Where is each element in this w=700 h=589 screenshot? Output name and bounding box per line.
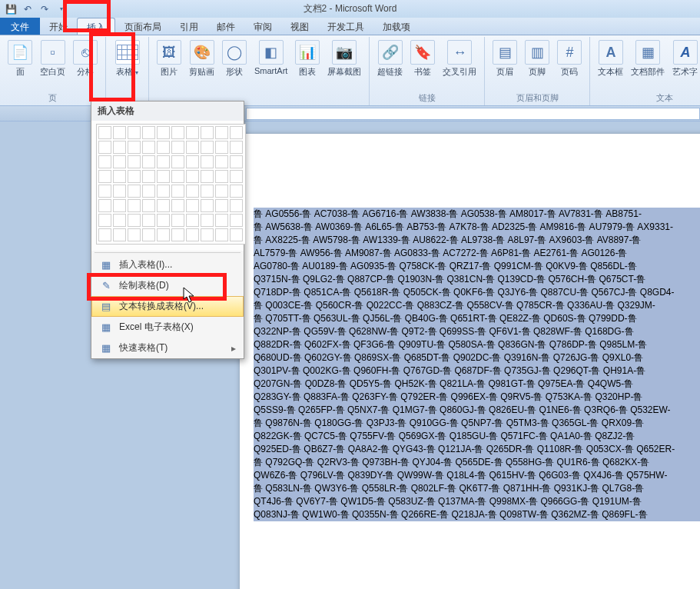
grid-cell[interactable] [171, 126, 184, 139]
tab-mail[interactable]: 邮件 [207, 18, 244, 35]
grid-cell[interactable] [157, 199, 170, 212]
menu-excel-sheet[interactable]: ▦ Excel 电子表格(X) [91, 317, 244, 338]
hyperlink-button[interactable]: 🔗超链接 [374, 38, 406, 79]
text-line[interactable]: Q283GY-鲁 Q883FA-鲁 Q263FY-鲁 Q792ER-鲁 Q996… [254, 391, 700, 404]
grid-cell[interactable] [201, 199, 214, 212]
insert-table-grid[interactable] [91, 121, 244, 251]
picture-button[interactable]: 🖼图片 [154, 38, 184, 79]
tab-dev[interactable]: 开发工具 [318, 18, 373, 35]
screenshot-button[interactable]: 📷屏幕截图 [324, 38, 364, 79]
grid-cell[interactable] [215, 214, 228, 227]
text-line[interactable]: 鲁 AG0556-鲁 AC7038-鲁 AG6716-鲁 AW3838-鲁 AG… [254, 208, 700, 221]
text-line[interactable]: 鲁 Q792GQ-鲁 Q2RV3-鲁 Q973BH-鲁 QYJ04-鲁 Q565… [254, 456, 700, 469]
text-line[interactable]: Q207GN-鲁 Q0DZ8-鲁 QD5Y5-鲁 QH52K-鲁 Q821LA-… [254, 378, 700, 391]
grid-cell[interactable] [128, 155, 141, 168]
tab-insert[interactable]: 插入 [77, 18, 115, 35]
grid-cell[interactable] [128, 228, 141, 241]
grid-cell[interactable] [215, 228, 228, 241]
grid-cell[interactable] [98, 155, 111, 168]
header-button[interactable]: ▤页眉 [489, 38, 520, 79]
grid-cell[interactable] [230, 228, 243, 241]
grid-cell[interactable] [171, 185, 184, 198]
text-line[interactable]: Q882DR-鲁 Q602FX-鲁 QF3G6-鲁 Q909TU-鲁 Q580S… [254, 338, 700, 351]
textbox-button[interactable]: A文本框 [595, 38, 626, 79]
grid-cell[interactable] [215, 199, 228, 212]
clipart-button[interactable]: 🎨剪贴画 [186, 38, 217, 79]
grid-cell[interactable] [201, 228, 214, 241]
tab-references[interactable]: 引用 [171, 18, 207, 35]
grid-cell[interactable] [171, 155, 184, 168]
grid-cell[interactable] [171, 199, 184, 212]
grid-cell[interactable] [128, 126, 141, 139]
text-line[interactable]: Q925ED-鲁 QB6Z7-鲁 QA8A2-鲁 QYG43-鲁 Q121JA-… [254, 443, 700, 456]
grid-cell[interactable] [157, 126, 170, 139]
grid-cell[interactable] [113, 214, 126, 227]
table-button[interactable]: 表格 ▾ [112, 38, 143, 79]
grid-cell[interactable] [157, 185, 170, 198]
text-line[interactable]: Q5SS9-鲁 Q265FP-鲁 Q5NX7-鲁 Q1MG7-鲁 Q860GJ-… [254, 404, 700, 417]
grid-cell[interactable] [215, 126, 228, 139]
grid-cell[interactable] [128, 170, 141, 183]
grid-cell[interactable] [171, 214, 184, 227]
grid-cell[interactable] [98, 185, 111, 198]
horizontal-ruler[interactable] [246, 108, 700, 120]
smartart-button[interactable]: ◧SmartArt [251, 38, 290, 79]
blank-page-button[interactable]: ▫ 空白页 [37, 38, 68, 79]
grid-cell[interactable] [128, 141, 141, 154]
grid-cell[interactable] [171, 170, 184, 183]
grid-cell[interactable] [230, 170, 243, 183]
grid-cell[interactable] [215, 170, 228, 183]
tab-review[interactable]: 审阅 [244, 18, 281, 35]
text-line[interactable]: Q301PV-鲁 Q002KG-鲁 Q960FH-鲁 Q767GD-鲁 Q687… [254, 364, 700, 378]
grid-cell[interactable] [186, 170, 199, 183]
grid-cell[interactable] [157, 228, 170, 241]
grid-cell[interactable] [113, 155, 126, 168]
crossref-button[interactable]: ↔交叉引用 [440, 38, 479, 79]
text-line[interactable]: 鲁 AX8225-鲁 AW5798-鲁 AW1339-鲁 AU8622-鲁 AL… [254, 234, 700, 247]
grid-cell[interactable] [113, 185, 126, 198]
grid-cell[interactable] [113, 199, 126, 212]
footer-button[interactable]: ▥页脚 [522, 38, 552, 79]
grid-cell[interactable] [171, 228, 184, 241]
selected-text[interactable]: 鲁 AG0556-鲁 AC7038-鲁 AG6716-鲁 AW3838-鲁 AG… [254, 208, 700, 521]
grid-cell[interactable] [142, 170, 155, 183]
grid-cell[interactable] [186, 126, 199, 139]
text-line[interactable]: Q322NP-鲁 QG59V-鲁 Q628NW-鲁 Q9T2-鲁 Q699SS-… [254, 325, 700, 338]
grid-cell[interactable] [98, 126, 111, 139]
text-line[interactable]: AL7579-鲁 AW956-鲁 AM9087-鲁 AG0833-鲁 AC727… [254, 247, 700, 260]
grid-cell[interactable] [113, 126, 126, 139]
page-break-button[interactable]: ⎋ 分格 [70, 38, 101, 79]
grid-cell[interactable] [215, 141, 228, 154]
grid-cell[interactable] [142, 214, 155, 227]
grid-cell[interactable] [186, 214, 199, 227]
grid-cell[interactable] [142, 126, 155, 139]
redo-icon[interactable]: ↷ [37, 2, 52, 17]
grid-cell[interactable] [157, 214, 170, 227]
grid-cell[interactable] [186, 155, 199, 168]
quickparts-button[interactable]: ▦文档部件 [628, 38, 668, 79]
text-line[interactable]: 鲁 AW5638-鲁 AW0369-鲁 A6L65-鲁 AB753-鲁 A7K7… [254, 221, 700, 234]
grid-cell[interactable] [201, 126, 214, 139]
grid-cell[interactable] [186, 199, 199, 212]
text-line[interactable]: 鲁 Q003CE-鲁 Q560CR-鲁 Q022CC-鲁 Q883CZ-鲁 Q5… [254, 299, 700, 312]
grid-cell[interactable] [201, 141, 214, 154]
text-line[interactable]: 鲁 Q583LN-鲁 QW3Y6-鲁 Q558LR-鲁 Q802LF-鲁 QK6… [254, 482, 700, 495]
grid-cell[interactable] [113, 228, 126, 241]
text-line[interactable]: QW6Z6-鲁 Q796LV-鲁 Q839DY-鲁 QW99W-鲁 Q18L4-… [254, 469, 700, 482]
text-line[interactable]: 鲁 Q705TT-鲁 Q563UL-鲁 QJ56L-鲁 QB40G-鲁 Q651… [254, 312, 700, 325]
grid-cell[interactable] [186, 141, 199, 154]
text-line[interactable]: Q718DP-鲁 Q851CA-鲁 Q5618R-鲁 Q505CK-鲁 Q0KF… [254, 286, 700, 299]
grid-cell[interactable] [230, 141, 243, 154]
text-line[interactable]: Q822GK-鲁 QC7C5-鲁 Q755FV-鲁 Q569GX-鲁 Q185G… [254, 430, 700, 443]
grid-cell[interactable] [128, 185, 141, 198]
grid-cell[interactable] [230, 214, 243, 227]
grid-cell[interactable] [186, 228, 199, 241]
grid-cell[interactable] [113, 170, 126, 183]
grid-cell[interactable] [128, 199, 141, 212]
text-line[interactable]: 鲁 Q9876N-鲁 Q180GG-鲁 Q3PJ3-鲁 Q910GG-鲁 Q5N… [254, 417, 700, 430]
tab-file[interactable]: 文件 [0, 18, 40, 35]
tab-layout[interactable]: 页面布局 [115, 18, 171, 35]
qat-more-icon[interactable]: ▾ [54, 2, 69, 17]
pagenum-button[interactable]: #页码 [554, 38, 585, 79]
tab-view[interactable]: 视图 [281, 18, 318, 35]
